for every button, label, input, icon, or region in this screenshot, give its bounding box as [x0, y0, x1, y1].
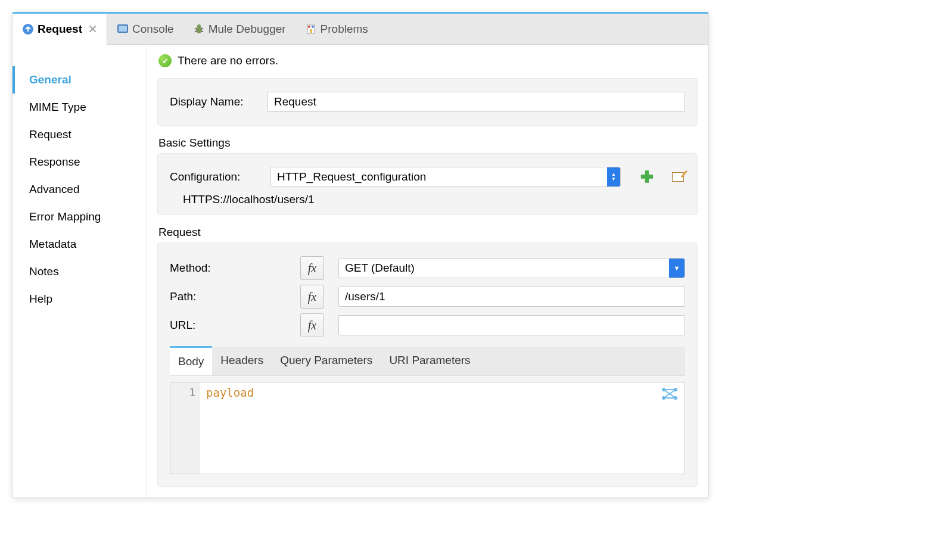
tab-debugger[interactable]: Mule Debugger: [183, 14, 295, 45]
basic-settings-heading: Basic Settings: [158, 136, 698, 150]
plus-icon: ✚: [640, 168, 654, 186]
sidebar: General MIME Type Request Response Advan…: [13, 45, 147, 497]
body-layout: General MIME Type Request Response Advan…: [13, 45, 708, 497]
request-heading: Request: [158, 226, 698, 239]
display-name-label: Display Name:: [170, 95, 259, 108]
top-tab-bar: Request ✕ Console: [13, 14, 708, 45]
check-icon: ✓: [158, 54, 172, 67]
edit-configuration-button[interactable]: [671, 170, 685, 184]
svg-line-7: [195, 31, 197, 32]
sub-tab-headers[interactable]: Headers: [212, 347, 272, 375]
method-label: Method:: [170, 262, 292, 275]
path-label: Path:: [170, 290, 292, 303]
editor-content[interactable]: payload: [200, 382, 655, 474]
fx-button-path[interactable]: fx: [300, 285, 324, 309]
configuration-select[interactable]: ▲▼: [270, 167, 621, 187]
chevron-down-icon[interactable]: ▼: [669, 259, 685, 278]
sidebar-item-mime-type[interactable]: MIME Type: [13, 94, 146, 121]
request-panel: Method: fx ▼ Path: fx URL: fx: [157, 242, 698, 487]
tab-problems-label: Problems: [321, 23, 368, 36]
request-icon: [22, 23, 34, 35]
sidebar-item-notes[interactable]: Notes: [13, 258, 146, 285]
tab-request-label: Request: [38, 23, 82, 36]
url-label: URL:: [170, 319, 292, 332]
sidebar-item-response[interactable]: Response: [13, 148, 146, 176]
url-preview: HTTPS://localhost/users/1: [183, 193, 685, 206]
editor-gutter: 1: [170, 382, 200, 474]
request-sub-tabs: Body Headers Query Parameters URI Parame…: [170, 347, 685, 376]
sub-tab-uri-parameters[interactable]: URI Parameters: [381, 347, 478, 375]
svg-point-11: [312, 26, 314, 28]
svg-line-8: [201, 31, 203, 32]
svg-point-4: [197, 24, 201, 28]
sub-tab-query-parameters[interactable]: Query Parameters: [272, 347, 381, 375]
status-message: There are no errors.: [178, 54, 278, 67]
path-input[interactable]: [338, 287, 685, 307]
sidebar-item-request[interactable]: Request: [13, 121, 146, 148]
console-icon: [117, 23, 129, 35]
tab-console[interactable]: Console: [107, 14, 183, 45]
svg-point-10: [308, 26, 310, 28]
configuration-label: Configuration:: [170, 170, 262, 183]
method-select[interactable]: ▼: [338, 258, 685, 278]
url-input[interactable]: [338, 315, 685, 335]
add-configuration-button[interactable]: ✚: [640, 170, 654, 184]
main-content: ✓ There are no errors. Display Name: Bas…: [147, 45, 708, 497]
svg-rect-2: [119, 26, 127, 32]
close-icon[interactable]: ✕: [88, 23, 97, 36]
config-window: Request ✕ Console: [12, 12, 709, 498]
dataweave-icon[interactable]: [655, 382, 685, 474]
line-number: 1: [170, 386, 195, 399]
configuration-value[interactable]: [270, 167, 621, 187]
sub-tab-body[interactable]: Body: [170, 346, 212, 375]
sidebar-item-error-mapping[interactable]: Error Mapping: [13, 203, 146, 231]
body-editor[interactable]: 1 payload: [170, 382, 685, 474]
tab-console-label: Console: [132, 23, 174, 36]
display-name-input[interactable]: [267, 92, 685, 112]
status-bar: ✓ There are no errors.: [147, 45, 708, 74]
fx-button-method[interactable]: fx: [300, 256, 324, 280]
display-name-panel: Display Name:: [157, 78, 698, 126]
basic-settings-panel: Configuration: ▲▼ ✚: [157, 153, 698, 215]
edit-icon: [672, 172, 684, 182]
tab-request[interactable]: Request ✕: [13, 14, 107, 45]
sidebar-item-metadata[interactable]: Metadata: [13, 231, 146, 258]
chevron-updown-icon[interactable]: ▲▼: [607, 167, 620, 186]
problems-icon: [305, 23, 317, 35]
sidebar-item-help[interactable]: Help: [13, 285, 146, 313]
sidebar-item-advanced[interactable]: Advanced: [13, 176, 146, 203]
method-value[interactable]: [338, 258, 685, 278]
tab-debugger-label: Mule Debugger: [209, 23, 286, 36]
sidebar-item-general[interactable]: General: [13, 66, 146, 94]
tab-problems[interactable]: Problems: [295, 14, 378, 45]
fx-button-url[interactable]: fx: [300, 313, 324, 337]
svg-rect-12: [310, 29, 312, 33]
bug-icon: [193, 23, 205, 35]
